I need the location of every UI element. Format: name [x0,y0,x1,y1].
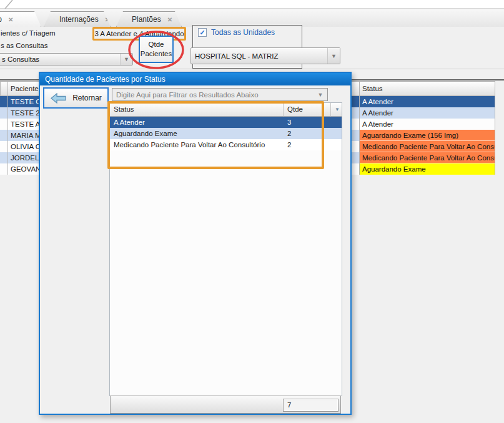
table-row[interactable]: Medicando Paciente Para Voltar Ao Consul… [110,139,342,150]
tab-atendimento-label: imento [0,15,2,24]
hospital-combobox-value: HOSPITAL SQL - MATRIZ [191,52,327,60]
row-indicator [0,130,8,141]
tab-atendimento[interactable]: imento ✕ [0,11,41,27]
qtde-pacientes-button[interactable]: Qtde Pacientes [139,36,174,63]
table-row[interactable]: Aguardando Exame 2 [110,128,342,139]
tab-plantoes[interactable]: Plantões ✕ [116,11,182,27]
chevron-down-icon[interactable]: ▼ [327,48,340,64]
status-cell[interactable]: Aguardando Exame [360,163,495,175]
tab-plantoes-label: Plantões [132,15,161,24]
row-indicator-header [0,81,8,96]
table-cell [352,96,360,107]
back-arrow-icon [50,93,67,104]
top-strip [0,0,504,9]
chevron-down-icon[interactable]: ▼ [120,54,132,65]
table-cell [352,152,360,163]
table-row[interactable]: GEOVANNA [8,163,41,175]
table-row[interactable]: MARIA MARI [8,130,41,141]
grid-footer: 7 [110,396,341,414]
grid-header-status[interactable]: Status [110,103,284,117]
qtde-pacientes-modal: Quantidade de Pacientes por Status Retor… [39,72,352,415]
checkbox-checked-icon[interactable]: ✓ [198,28,207,37]
todas-unidades-checkbox[interactable]: ✓ Todas as Unidades [198,28,275,37]
row-indicator [0,96,8,107]
table-cell [352,141,360,152]
row-indicator [0,119,8,130]
modal-title: Quantidade de Pacientes por Status [40,73,350,85]
tab-close-icon[interactable]: ✕ [105,16,110,23]
paciente-column-header[interactable]: Paciente [8,81,41,96]
consultas-combobox-value: s Consultas [0,56,120,63]
table-cell [352,163,360,175]
table-row[interactable]: TESTE 2 DO [8,107,41,119]
total-count-field: 7 [283,399,338,412]
qtde-pacientes-label-1: Qtde [140,40,172,49]
row-indicator [0,152,8,163]
table-cell [352,119,360,130]
status-cell[interactable]: A Atender [360,119,495,130]
tab-close-icon[interactable]: ✕ [167,16,172,23]
chevron-down-icon[interactable]: ▼ [314,92,327,98]
label-todas-consultas: s as Consultas [1,42,47,49]
qtde-pacientes-label-2: Pacientes [140,49,172,59]
row-indicator [0,107,8,119]
status-cell[interactable]: Medicando Paciente Para Voltar Ao Consul… [360,152,495,163]
divider [0,69,504,69]
filter-combobox[interactable]: Digite Aqui para Filtrar os Resultados A… [112,88,328,101]
label-pacientes-triagem: ientes c/ Triagem [1,29,56,37]
table-row[interactable]: A Atender 3 [110,117,342,128]
status-qtde-grid: Status Qtde ▼ A Atender 3 Aguardando Exa… [109,102,342,396]
grid-header-qtde[interactable]: Qtde [284,103,331,117]
retornar-button[interactable]: Retornar [43,87,109,109]
hospital-combobox[interactable]: HOSPITAL SQL - MATRIZ ▼ [190,47,340,64]
tab-internacoes-label: Internações [59,15,99,24]
column-filter-arrow-icon[interactable]: ▼ [331,103,342,117]
table-row[interactable]: TESTE ASDA [8,119,41,130]
consultas-combobox[interactable]: s Consultas ▼ [0,53,133,66]
status-cell[interactable]: Medicando Paciente Para Voltar Ao Consul… [360,141,495,152]
upper-tab-edge [4,0,15,9]
table-row[interactable]: JORDELINO [8,152,41,163]
status-cell[interactable]: A Atender [360,107,495,119]
row-indicator [0,163,8,175]
tab-bar: imento ✕ Internações ✕ Plantões ✕ [0,9,504,27]
retornar-label: Retornar [72,94,102,102]
table-row[interactable]: OLIVIA COS [8,141,41,152]
table-row[interactable]: TESTE OLIVI [8,96,41,107]
status-column-header[interactable]: Status [360,81,495,96]
row-indicator [0,141,8,152]
filter-placeholder: Digite Aqui para Filtrar os Resultados A… [112,91,314,99]
app-window: imento ✕ Internações ✕ Plantões ✕ ientes… [0,0,504,423]
tab-close-icon[interactable]: ✕ [8,16,13,23]
status-cell[interactable]: Aguardando Exame (156 Img) [360,130,495,141]
todas-unidades-label: Todas as Unidades [211,28,275,37]
middle-column-header [352,81,360,96]
table-cell [352,130,360,141]
table-cell [352,107,360,119]
status-cell[interactable]: A Atender [360,96,495,107]
tab-internacoes[interactable]: Internações ✕ [44,11,111,27]
